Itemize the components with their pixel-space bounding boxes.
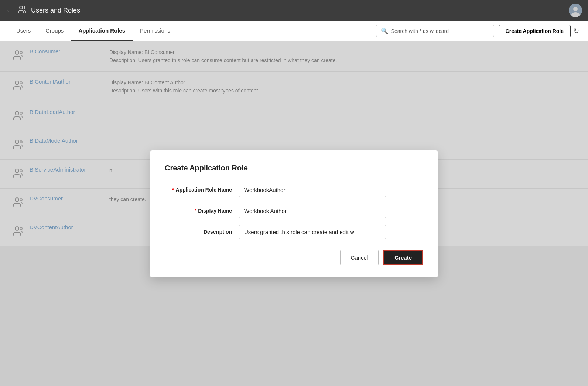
tab-groups[interactable]: Groups <box>38 21 71 41</box>
form-row-role-name: *Application Role Name <box>165 183 423 197</box>
refresh-button[interactable]: ↻ <box>574 27 579 35</box>
users-icon <box>18 5 27 16</box>
required-star: * <box>172 187 174 193</box>
page-title: Users and Roles <box>31 7 564 14</box>
form-row-display-name: *Display Name <box>165 204 423 218</box>
dialog-footer: Cancel Create <box>165 250 423 265</box>
tab-users[interactable]: Users <box>9 21 38 41</box>
create-application-role-button[interactable]: Create Application Role <box>499 25 571 37</box>
role-name-input[interactable] <box>239 183 386 197</box>
modal-overlay: Create Application Role *Application Rol… <box>0 41 588 386</box>
main-content: BIConsumer Display Name: BI Consumer Des… <box>0 41 588 386</box>
cancel-button[interactable]: Cancel <box>340 250 379 265</box>
create-button[interactable]: Create <box>383 250 423 265</box>
description-input[interactable] <box>239 225 386 239</box>
svg-point-2 <box>573 7 578 11</box>
form-row-description: Description <box>165 225 423 239</box>
topbar: ← Users and Roles <box>0 0 588 21</box>
back-button[interactable]: ← <box>6 6 13 15</box>
required-star: * <box>195 208 196 214</box>
back-icon: ← <box>6 6 13 15</box>
dialog-title: Create Application Role <box>165 164 423 172</box>
create-application-role-dialog: Create Application Role *Application Rol… <box>150 150 438 277</box>
search-input[interactable] <box>391 28 489 34</box>
svg-point-0 <box>20 6 23 9</box>
description-label: Description <box>165 229 239 235</box>
tab-permissions[interactable]: Permissions <box>133 21 178 41</box>
navbar: Users Groups Application Roles Permissio… <box>0 21 588 41</box>
display-name-input[interactable] <box>239 204 386 218</box>
tab-application-roles[interactable]: Application Roles <box>71 21 133 41</box>
display-name-label: *Display Name <box>165 208 239 214</box>
search-icon: 🔍 <box>381 27 388 34</box>
role-name-label: *Application Role Name <box>165 187 239 193</box>
avatar <box>569 4 582 17</box>
search-box: 🔍 <box>376 25 494 37</box>
